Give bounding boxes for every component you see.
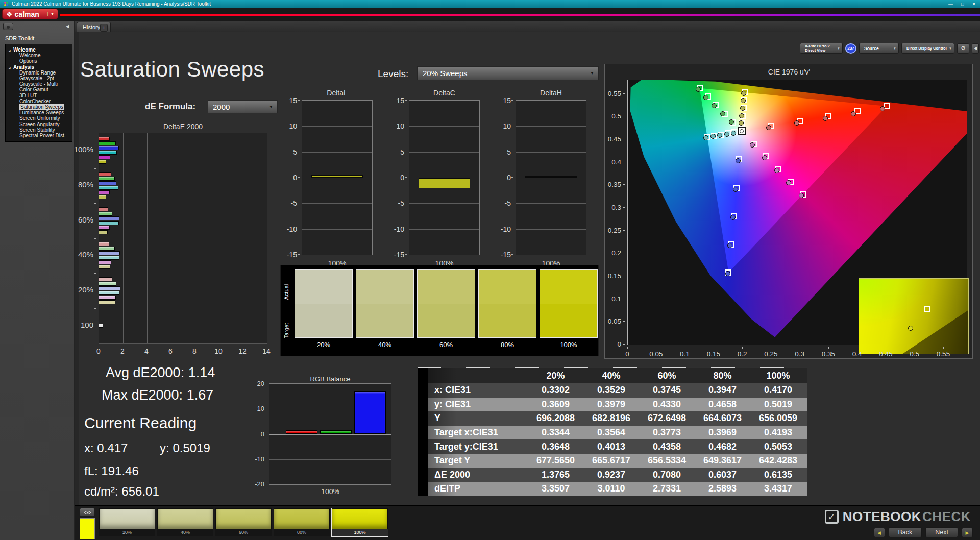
- axis-tick: [94, 308, 96, 309]
- sidebar-record-button[interactable]: [3, 23, 13, 30]
- sidebar-collapse-button[interactable]: ◀: [64, 23, 71, 30]
- table-row: ΔE 20001.37650.92370.70800.60370.6135: [418, 468, 807, 482]
- patch-tile-color: [274, 508, 330, 529]
- sidebar-item-3d-lut[interactable]: 3D LUT: [6, 93, 72, 99]
- axis-tick: [771, 347, 771, 349]
- tree-group-welcome[interactable]: ◢Welcome: [6, 47, 72, 53]
- minimize-button[interactable]: —: [948, 2, 953, 7]
- reading-count-badge[interactable]: 237: [845, 43, 856, 54]
- chart-title: RGB Balance: [269, 375, 391, 383]
- grid-line: [409, 152, 479, 153]
- table-cell: 664.6073: [695, 413, 750, 424]
- meter-button[interactable]: X-Rite i1Pro 2 Direct View ▼: [800, 43, 843, 54]
- chevron-down-icon: ▼: [949, 47, 952, 50]
- preview-toggle-button[interactable]: [80, 508, 95, 517]
- cie-measured-marker-yellow: [741, 91, 746, 96]
- back-button[interactable]: Back: [889, 527, 922, 537]
- sidebar-item-saturation-sweeps[interactable]: Saturation Sweeps: [6, 104, 72, 110]
- x-tick-label: 14: [259, 347, 274, 355]
- sidebar-item-luminance-sweeps[interactable]: Luminance Sweeps: [6, 110, 72, 115]
- sidebar-item-grayscale-2pt[interactable]: Grayscale - 2pt: [6, 76, 72, 81]
- patch-tile-40%[interactable]: 40%: [157, 508, 213, 536]
- bar: [99, 160, 106, 164]
- cie-measured-marker-yellow: [741, 98, 746, 103]
- table-row: dEITP3.35073.01102.73312.58933.4317: [418, 482, 807, 496]
- axis-tick: [298, 254, 300, 255]
- close-button[interactable]: ✕: [972, 2, 976, 7]
- bar: [99, 300, 115, 304]
- bar: [99, 256, 119, 260]
- sidebar-item-screen-stability[interactable]: Screen Stability: [6, 127, 72, 133]
- skip-forward-button[interactable]: ▶: [962, 528, 973, 537]
- patch-tile-100%[interactable]: 100%: [332, 508, 388, 536]
- logo-bar: ❖ calman ▼: [0, 8, 980, 21]
- bar: [311, 175, 363, 178]
- sidebar-item-welcome[interactable]: Welcome: [6, 53, 72, 58]
- y-tick-label: 5: [493, 148, 511, 156]
- next-button[interactable]: Next: [925, 527, 958, 537]
- axis-tick: [405, 126, 407, 126]
- sidebar-item-color-gamut[interactable]: Color Gamut: [6, 87, 72, 92]
- x-axis-label: 100%: [269, 487, 391, 496]
- x-tick-label: 0.1: [675, 350, 695, 358]
- patch-tile-80%[interactable]: 80%: [274, 508, 330, 536]
- add-tab-button[interactable]: +: [100, 24, 108, 32]
- y-tick-label: -15: [279, 251, 297, 259]
- row-label: dEITP: [418, 483, 528, 494]
- sidebar-item-screen-angularity[interactable]: Screen Angularity: [6, 121, 72, 127]
- x-axis-labels: 02468101214: [99, 347, 267, 355]
- tree-group-analysis[interactable]: ◢Analysis: [6, 64, 72, 70]
- row-label: Y: [418, 413, 528, 424]
- chart-title: DeltaC: [409, 89, 480, 97]
- sidebar-item-dynamic-range[interactable]: Dynamic Range: [6, 70, 72, 76]
- cie-measured-marker-yellow: [739, 120, 744, 126]
- sidebar-item-spectral-power-dist-[interactable]: Spectral Power Dist.: [6, 133, 72, 138]
- y-tick-label: 0: [246, 430, 264, 438]
- de-formula-dropdown[interactable]: 2000 ▼: [208, 100, 278, 113]
- tree-expander-icon: ◢: [8, 65, 11, 71]
- bar: [99, 151, 117, 155]
- axis-tick: [656, 347, 656, 349]
- bar: [99, 207, 108, 211]
- sidebar-item-colorchecker[interactable]: ColorChecker: [6, 99, 72, 104]
- y-tick-label: -10: [493, 225, 511, 233]
- table-cell: 0.4170: [750, 385, 806, 396]
- table-left-strip: [418, 368, 428, 496]
- page-title: Saturation Sweeps: [80, 57, 264, 82]
- table-row: Y696.2088682.8196672.6498664.6073656.005…: [418, 411, 807, 426]
- deltah-plot-area: [516, 100, 586, 255]
- sidebar-item-options[interactable]: Options: [6, 58, 72, 64]
- source-button[interactable]: Source ▼: [859, 43, 899, 54]
- display-control-button[interactable]: Direct Display Control ▼: [901, 43, 954, 54]
- y-tick-label: 0.55: [601, 90, 621, 97]
- y-tick-label: 15: [386, 96, 404, 105]
- table-cell: 0.4330: [639, 399, 695, 410]
- patch-tile-60%[interactable]: 60%: [215, 508, 272, 536]
- de-formula-label: dE Formula:: [145, 102, 195, 112]
- levels-dropdown[interactable]: 20% Sweeps ▼: [417, 66, 599, 80]
- sidebar-title: SDR Toolkit: [0, 32, 74, 44]
- collapse-panel-button[interactable]: ◀: [972, 43, 979, 54]
- patch-tile-label: 40%: [157, 529, 213, 536]
- bar-red: [286, 430, 317, 434]
- inset-shade: [859, 279, 968, 354]
- axis-tick: [828, 347, 829, 349]
- x-tick-label: 8: [187, 347, 202, 355]
- calman-menu-button[interactable]: ❖ calman ▼: [2, 9, 58, 19]
- maximize-button[interactable]: □: [961, 2, 964, 7]
- sidebar-item-screen-uniformity[interactable]: Screen Uniformity: [6, 115, 72, 121]
- column-header: 80%: [695, 371, 750, 381]
- cie-measured-marker-magenta: [786, 180, 791, 185]
- workflow-tree: ◢WelcomeWelcomeOptions◢AnalysisDynamic R…: [5, 44, 72, 142]
- cie-measured-marker-red: [823, 116, 828, 121]
- axis-tick: [685, 347, 685, 349]
- grid-line: [171, 133, 172, 343]
- rgb-plot-area: [269, 383, 391, 485]
- patch-tile-20%[interactable]: 20%: [99, 508, 155, 536]
- bar: [99, 230, 108, 234]
- skip-back-button[interactable]: ◀: [874, 528, 885, 537]
- sidebar-item-grayscale-multi[interactable]: Grayscale - Multi: [6, 81, 72, 87]
- settings-button[interactable]: ⚙: [957, 43, 969, 54]
- calman-app-window: Calman 2022 Calman Ultimate for Business…: [0, 0, 980, 540]
- cie-measured-marker-blue: [736, 158, 741, 163]
